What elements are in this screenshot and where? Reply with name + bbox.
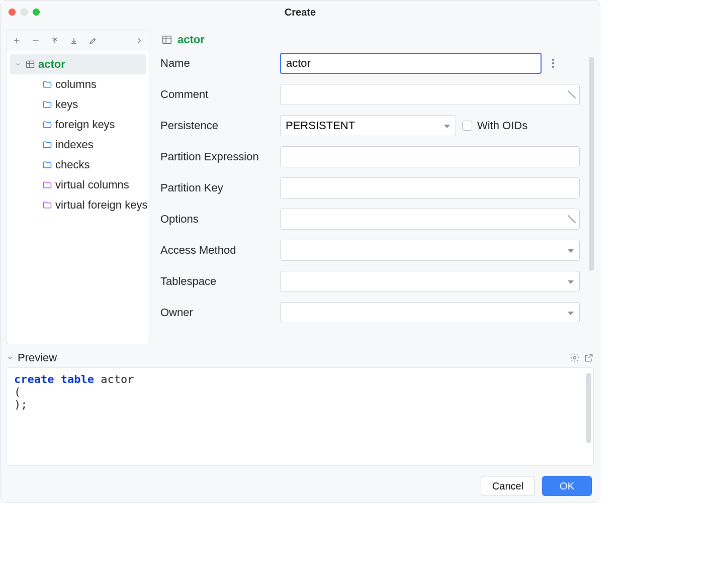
tree-item-label: indexes [55,138,94,151]
ok-button[interactable]: OK [542,476,592,496]
chevron-down-icon[interactable] [15,61,22,67]
folder-icon [42,200,52,210]
cancel-button[interactable]: Cancel [481,476,535,496]
maximize-window-button[interactable] [33,9,40,16]
tree-item-label: checks [55,158,90,171]
partition-expression-input[interactable] [280,146,580,167]
tree-item-foreign-keys[interactable]: foreign keys [7,115,149,135]
access-method-select[interactable] [280,240,580,261]
download-icon[interactable] [69,36,78,45]
object-name: actor [177,33,205,46]
tablespace-select[interactable] [280,271,580,292]
upload-icon[interactable] [50,36,59,45]
persistence-select[interactable] [280,115,456,136]
tree-item-label: keys [55,98,78,111]
dialog-footer: Cancel OK [1,470,600,502]
tree-item-label: columns [55,78,97,91]
tree-item-virtual-foreign-keys[interactable]: virtual foreign keys [7,195,149,215]
table-form: Name Comment [155,50,594,344]
name-input[interactable] [280,53,542,74]
folder-icon [42,100,52,110]
tree-root-actor[interactable]: actor [10,54,146,74]
comment-input[interactable] [280,84,580,105]
tablespace-label: Tablespace [160,275,272,288]
tree-root-label: actor [38,58,65,71]
window-title: Create [285,7,316,18]
folder-icon [42,160,52,170]
persistence-label: Persistence [160,119,272,132]
svg-point-3 [552,62,554,64]
minimize-window-button[interactable] [21,9,28,16]
tree-item-indexes[interactable]: indexes [7,135,149,155]
more-options-icon[interactable] [549,58,558,68]
with-oids-label: With OIDs [477,119,527,132]
partition-expression-label: Partition Expression [160,150,272,163]
table-icon [25,59,35,69]
with-oids-checkbox[interactable] [462,121,472,131]
preview-title: Preview [18,351,57,364]
tree-item-checks[interactable]: checks [7,155,149,175]
sidebar-toolbar [7,30,149,51]
edit-icon[interactable] [88,36,98,45]
svg-rect-0 [27,61,34,67]
preview-collapse-icon[interactable] [7,354,14,361]
window-controls [9,9,40,16]
svg-point-4 [552,66,554,68]
main-panel: actor Name Comment [155,30,594,344]
comment-label: Comment [160,88,272,101]
name-label: Name [160,57,272,70]
remove-icon[interactable] [31,36,40,45]
object-tree-sidebar: actor columns keys [7,30,149,344]
chevron-right-icon[interactable] [135,36,144,45]
partition-key-input[interactable] [280,177,580,199]
tree-item-label: foreign keys [55,118,115,131]
form-scrollbar[interactable] [589,57,594,271]
tree-item-label: virtual columns [55,178,129,191]
tree-item-columns[interactable]: columns [7,74,149,94]
folder-icon [42,140,52,150]
sql-preview: create table actor ( ); [7,367,594,466]
tree-item-label: virtual foreign keys [55,199,147,212]
partition-key-label: Partition Key [160,181,272,194]
access-method-label: Access Method [160,244,272,257]
main-header: actor [155,30,594,50]
options-label: Options [160,213,272,226]
owner-select[interactable] [280,302,580,323]
owner-label: Owner [160,306,272,319]
preview-section: Preview create table actor ( ); [1,348,600,470]
object-tree: actor columns keys [7,51,149,218]
folder-icon [42,180,52,190]
table-icon [161,34,172,45]
gear-icon[interactable] [570,353,580,363]
open-external-icon[interactable] [584,353,594,363]
svg-point-5 [574,357,576,359]
titlebar: Create [1,1,600,24]
svg-rect-1 [163,36,171,44]
svg-point-2 [552,59,554,61]
tree-item-keys[interactable]: keys [7,94,149,115]
options-input[interactable] [280,209,580,230]
tree-item-virtual-columns[interactable]: virtual columns [7,175,149,195]
close-window-button[interactable] [9,9,16,16]
folder-icon [42,120,52,130]
folder-icon [42,79,52,89]
add-icon[interactable] [12,36,21,45]
create-dialog: Create [0,0,600,503]
preview-scrollbar[interactable] [586,373,591,443]
